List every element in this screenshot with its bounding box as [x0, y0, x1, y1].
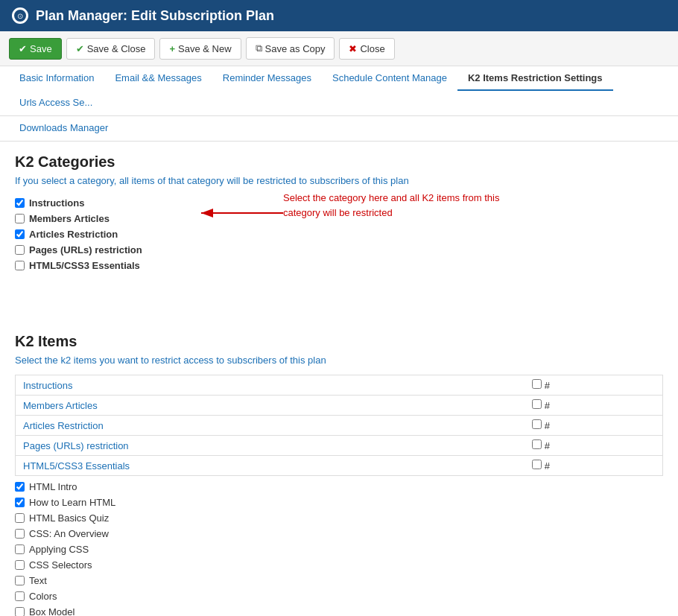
k2-category-link-html5-css3[interactable]: HTML5/CSS3 Essentials	[23, 460, 130, 471]
k2-item-checkbox-box-model[interactable]	[15, 607, 25, 616]
page-title: Plan Manager: Edit Subscription Plan	[36, 8, 274, 24]
k2-item-label-html-basics-quiz: HTML Basics Quiz	[29, 512, 109, 524]
k2-category-row-members-articles: Members Articles #	[16, 396, 663, 416]
k2-items-section: K2 Items Select the k2 items you want to…	[15, 333, 663, 616]
header-icon: ⊙	[12, 7, 28, 24]
category-annotation: Select the category here and all K2 item…	[283, 191, 507, 220]
k2-item-label-html-intro: HTML Intro	[29, 481, 77, 492]
save-copy-icon: ⧉	[256, 42, 262, 54]
save-close-icon: ✔	[76, 43, 84, 54]
category-item-html5-css3: HTML5/CSS3 Essentials	[15, 258, 663, 273]
tab-email-messages[interactable]: Email && Messages	[104, 66, 212, 91]
k2-category-table-checkbox-articles-restriction[interactable]	[532, 419, 542, 429]
k2-category-link-pages-urls[interactable]: Pages (URLs) restriction	[23, 440, 129, 451]
k2-item-css-overview: CSS: An Overview	[15, 526, 663, 542]
category-label-pages-urls: Pages (URLs) restriction	[29, 244, 142, 255]
close-icon: ✖	[349, 43, 357, 54]
k2-item-label-applying-css: Applying CSS	[29, 544, 89, 555]
k2-category-table-checkbox-html5-css3[interactable]	[532, 460, 542, 469]
k2-item-checkbox-css-selectors[interactable]	[15, 560, 25, 570]
k2-item-checkbox-colors[interactable]	[15, 591, 25, 601]
k2-item-colors: Colors	[15, 588, 663, 604]
save-copy-button[interactable]: ⧉ Save as Copy	[246, 37, 335, 60]
page-header: ⊙ Plan Manager: Edit Subscription Plan	[0, 0, 678, 31]
k2-categories-title: K2 Categories	[15, 153, 663, 171]
category-checkbox-pages-urls[interactable]	[15, 245, 25, 255]
k2-item-checkbox-applying-css[interactable]	[15, 544, 25, 554]
category-label-html5-css3: HTML5/CSS3 Essentials	[29, 260, 140, 271]
k2-item-label-text: Text	[29, 575, 47, 586]
k2-category-table-checkbox-pages-urls[interactable]	[532, 439, 542, 449]
k2-item-checkbox-how-to-learn-html[interactable]	[15, 498, 25, 507]
k2-items-category-table: Instructions # Members Articles # Articl…	[15, 375, 663, 476]
k2-item-checkbox-html-intro[interactable]	[15, 482, 25, 492]
k2-items-title: K2 Items	[15, 333, 663, 350]
k2-category-link-instructions[interactable]: Instructions	[23, 380, 72, 391]
k2-item-label-colors: Colors	[29, 591, 57, 602]
close-button[interactable]: ✖ Close	[339, 38, 394, 60]
k2-item-applying-css: Applying CSS	[15, 542, 663, 557]
k2-category-row-instructions: Instructions #	[16, 375, 663, 396]
save-button[interactable]: ✔ Save	[9, 38, 62, 60]
k2-item-label-box-model: Box Model	[29, 606, 75, 616]
k2-category-row-pages-urls: Pages (URLs) restriction #	[16, 436, 663, 456]
k2-item-label-css-selectors: CSS Selectors	[29, 559, 92, 571]
k2-category-table-checkbox-instructions[interactable]	[532, 379, 542, 389]
k2-category-table-checkbox-members-articles[interactable]	[532, 399, 542, 409]
k2-item-label-css-overview: CSS: An Overview	[29, 528, 109, 539]
k2-item-checkbox-text[interactable]	[15, 576, 25, 585]
k2-categories-desc: If you select a category, all items of t…	[15, 175, 663, 186]
k2-categories-section: K2 Categories If you select a category, …	[15, 153, 663, 273]
category-label-members-articles: Members Articles	[29, 213, 110, 224]
k2-items-list: HTML Intro How to Learn HTML HTML Basics…	[15, 479, 663, 616]
k2-item-text: Text	[15, 573, 663, 588]
k2-category-link-members-articles[interactable]: Members Articles	[23, 400, 98, 411]
category-item-articles-restriction: Articles Restriction	[15, 226, 663, 242]
k2-item-how-to-learn-html: How to Learn HTML	[15, 495, 663, 510]
category-checkbox-articles-restriction[interactable]	[15, 229, 25, 239]
category-label-articles-restriction: Articles Restriction	[29, 229, 118, 240]
tabs-row1: Basic Information Email && Messages Remi…	[0, 66, 678, 116]
tab-basic-information[interactable]: Basic Information	[9, 66, 104, 91]
tab-k2-items[interactable]: K2 Items Restriction Settings	[457, 66, 613, 91]
k2-item-html-intro: HTML Intro	[15, 479, 663, 495]
k2-item-checkbox-css-overview[interactable]	[15, 529, 25, 539]
save-new-icon: +	[169, 43, 175, 54]
k2-category-row-articles-restriction: Articles Restriction #	[16, 416, 663, 436]
k2-category-row-html5-css3: HTML5/CSS3 Essentials #	[16, 456, 663, 476]
main-content: K2 Categories If you select a category, …	[0, 142, 678, 616]
category-checkbox-members-articles[interactable]	[15, 214, 25, 223]
tab-schedule-content[interactable]: Schedule Content Manage	[322, 66, 457, 91]
k2-category-link-articles-restriction[interactable]: Articles Restriction	[23, 420, 104, 431]
tab-urls-access[interactable]: Urls Access Se...	[9, 91, 103, 115]
category-item-pages-urls: Pages (URLs) restriction	[15, 242, 663, 258]
k2-items-desc: Select the k2 items you want to restrict…	[15, 355, 663, 366]
tab-downloads-manager[interactable]: Downloads Manager	[9, 116, 118, 141]
tabs-row2: Downloads Manager	[0, 116, 678, 142]
toolbar: ✔ Save ✔ Save & Close + Save & New ⧉ Sav…	[0, 31, 678, 66]
tab-reminder-messages[interactable]: Reminder Messages	[212, 66, 322, 91]
category-checkbox-instructions[interactable]	[15, 198, 25, 208]
save-close-button[interactable]: ✔ Save & Close	[66, 38, 156, 60]
k2-item-box-model: Box Model	[15, 604, 663, 616]
category-label-instructions: Instructions	[29, 197, 84, 209]
k2-item-html-basics-quiz: HTML Basics Quiz	[15, 510, 663, 526]
save-icon: ✔	[19, 43, 27, 54]
k2-item-label-how-to-learn-html: How to Learn HTML	[29, 497, 115, 508]
k2-item-checkbox-html-basics-quiz[interactable]	[15, 513, 25, 523]
category-checkbox-html5-css3[interactable]	[15, 261, 25, 270]
k2-item-css-selectors: CSS Selectors	[15, 557, 663, 573]
save-new-button[interactable]: + Save & New	[159, 38, 241, 60]
